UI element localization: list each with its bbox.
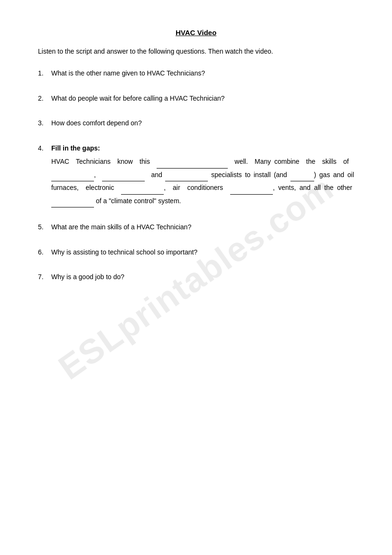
blank-2	[51, 169, 94, 182]
question-text: How does comfort depend on?	[51, 118, 354, 128]
questions-list: 1. What is the other name given to HVAC …	[38, 68, 354, 282]
question-item: 6. Why is assisting to technical school …	[38, 247, 354, 257]
question-number: 5.	[38, 222, 51, 232]
question-item-fill: 4. Fill in the gaps: HVAC Technicians kn…	[38, 143, 354, 208]
question-number: 4.	[38, 143, 51, 208]
question-text: Why is assisting to technical school so …	[51, 247, 354, 257]
question-number: 7.	[38, 272, 51, 282]
question-text: What is the other name given to HVAC Tec…	[51, 68, 354, 78]
blank-7	[230, 181, 273, 195]
question-text: What do people wait for before calling a…	[51, 93, 354, 103]
page-title: HVAC Video	[38, 28, 354, 37]
fill-in-block: HVAC Technicians know this well. Many co…	[51, 155, 354, 207]
question-item: 2. What do people wait for before callin…	[38, 93, 354, 103]
blank-8	[51, 195, 94, 208]
fill-in-question: Fill in the gaps: HVAC Technicians know …	[51, 143, 354, 208]
fill-label: Fill in the gaps:	[51, 144, 100, 152]
question-text: Why is a good job to do?	[51, 272, 354, 282]
question-number: 1.	[38, 68, 51, 78]
question-text: What are the main skills of a HVAC Techn…	[51, 222, 354, 232]
question-item: 1. What is the other name given to HVAC …	[38, 68, 354, 78]
question-number: 3.	[38, 118, 51, 128]
question-item: 3. How does comfort depend on?	[38, 118, 354, 128]
question-number: 2.	[38, 93, 51, 103]
blank-6	[121, 181, 164, 195]
blank-4	[165, 169, 208, 182]
intro-text: Listen to the script and answer to the f…	[38, 46, 354, 56]
blank-1	[157, 155, 228, 169]
question-item: 7. Why is a good job to do?	[38, 272, 354, 282]
blank-5	[290, 169, 314, 182]
question-item: 5. What are the main skills of a HVAC Te…	[38, 222, 354, 232]
blank-3	[102, 169, 145, 182]
question-number: 6.	[38, 247, 51, 257]
